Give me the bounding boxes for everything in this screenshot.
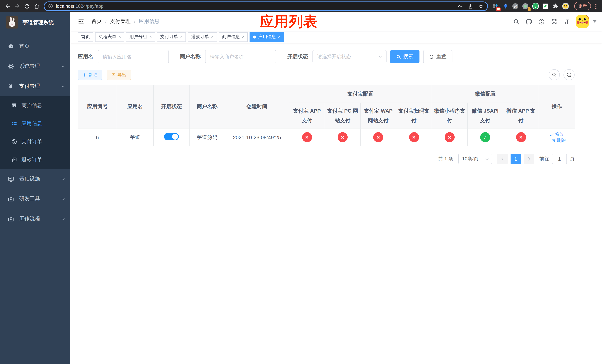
search-icon bbox=[552, 72, 557, 77]
cell-status bbox=[153, 128, 189, 146]
extension-badge: 10 bbox=[496, 7, 501, 11]
sidebar-menu: 首页 系统管理 支付管理 bbox=[0, 36, 70, 229]
search-button[interactable]: 搜索 bbox=[390, 50, 419, 63]
download-icon bbox=[111, 73, 116, 77]
export-button[interactable]: 导出 bbox=[107, 70, 131, 80]
tag-close-icon[interactable]: × bbox=[211, 35, 214, 39]
plus-icon bbox=[83, 73, 87, 77]
app-logo-row[interactable]: 芋道管理系统 bbox=[0, 12, 70, 32]
app-name-label: 应用名 bbox=[78, 53, 93, 60]
browser-reload-icon[interactable] bbox=[22, 1, 32, 11]
pagination: 共 1 条 10条/页 1 bbox=[78, 154, 575, 164]
page-size-select[interactable]: 10条/页 bbox=[458, 154, 492, 164]
main-area: 应用列表 首页 / 支付管理 / 应用信息 bbox=[70, 12, 602, 364]
app-title: 芋道管理系统 bbox=[22, 19, 54, 26]
cell-actions: 修改 删除 bbox=[539, 128, 575, 146]
sidebar-item-app-info[interactable]: 应用信息 bbox=[0, 114, 70, 133]
tag-close-icon[interactable]: × bbox=[242, 35, 245, 39]
extension-icon-3[interactable]: ⌘ bbox=[512, 2, 519, 10]
sidebar-item-workflow[interactable]: 工作流程 bbox=[0, 209, 70, 229]
search-icon bbox=[396, 54, 401, 59]
refresh-icon bbox=[567, 72, 572, 77]
sidebar-item-pay-order[interactable]: 支付订单 bbox=[0, 133, 70, 151]
tag-close-icon[interactable]: × bbox=[278, 35, 280, 39]
tag-merchant-info[interactable]: 商户信息× bbox=[219, 32, 248, 42]
profile-emoji-icon[interactable] bbox=[562, 2, 569, 10]
grid-icon bbox=[11, 120, 17, 127]
tag-user-group[interactable]: 用户分组× bbox=[126, 32, 155, 42]
col-app-id: 应用编号 bbox=[78, 85, 117, 128]
fullscreen-icon[interactable] bbox=[551, 18, 557, 25]
browser-forward-icon[interactable] bbox=[13, 1, 22, 11]
tag-close-icon[interactable]: × bbox=[118, 35, 121, 39]
payment-submenu: 商户信息 应用信息 支付订单 bbox=[0, 96, 70, 169]
config-status-icon: × bbox=[373, 132, 383, 142]
status-select[interactable]: 请选择开启状态 bbox=[312, 50, 387, 63]
header-search-icon[interactable] bbox=[513, 18, 519, 25]
status-toggle[interactable] bbox=[164, 133, 179, 140]
app-name-input[interactable] bbox=[98, 50, 169, 63]
cell-alipay-pc: × bbox=[325, 128, 360, 146]
sidebar-item-devtools[interactable]: 研发工具 bbox=[0, 189, 70, 209]
breadcrumb-payment[interactable]: 支付管理 bbox=[110, 18, 131, 25]
sidebar-item-system[interactable]: 系统管理 bbox=[0, 56, 70, 76]
font-size-icon[interactable] bbox=[563, 18, 570, 25]
pagination-total: 共 1 条 bbox=[438, 156, 453, 162]
extensions-puzzle-icon[interactable] bbox=[552, 2, 559, 10]
url-text[interactable]: localhost:1024/pay/app bbox=[56, 3, 458, 9]
browser-home-icon[interactable] bbox=[32, 1, 42, 11]
user-avatar[interactable] bbox=[576, 15, 589, 28]
edit-link[interactable]: 修改 bbox=[550, 131, 564, 137]
sidebar-item-merchant-info[interactable]: 商户信息 bbox=[0, 96, 70, 114]
col-wx-jsapi: 微信 JSAPI 支付 bbox=[467, 103, 503, 128]
show-search-toggle-button[interactable] bbox=[549, 69, 560, 80]
password-key-icon[interactable] bbox=[458, 3, 463, 9]
browser-back-icon[interactable] bbox=[3, 1, 13, 11]
tag-close-icon[interactable]: × bbox=[180, 35, 183, 39]
breadcrumb-home[interactable]: 首页 bbox=[91, 18, 102, 25]
col-alipay-app: 支付宝 APP 支付 bbox=[289, 103, 325, 128]
avatar-caret-icon[interactable] bbox=[593, 20, 596, 22]
tag-process-form[interactable]: 流程表单× bbox=[95, 32, 124, 42]
col-create-time: 创建时间 bbox=[225, 85, 289, 128]
sidebar-item-refund-order[interactable]: 退款订单 bbox=[0, 151, 70, 169]
delete-link[interactable]: 删除 bbox=[552, 137, 566, 143]
chevron-down-icon bbox=[61, 217, 65, 221]
sidebar-item-infra[interactable]: 基础设施 bbox=[0, 169, 70, 189]
breadcrumb-current: 应用信息 bbox=[139, 18, 160, 25]
chrome-update-button[interactable]: 更新 bbox=[574, 2, 591, 10]
tag-refund-order[interactable]: 退款订单× bbox=[188, 32, 217, 42]
extension-icon-5[interactable]: y bbox=[532, 2, 539, 10]
url-bar[interactable]: localhost:1024/pay/app bbox=[44, 1, 488, 11]
sidebar-collapse-icon[interactable] bbox=[76, 18, 86, 25]
tag-app-info[interactable]: 应用信息× bbox=[249, 32, 284, 42]
prev-page-button[interactable] bbox=[497, 154, 508, 164]
share-icon[interactable] bbox=[468, 3, 473, 9]
page-number-1[interactable]: 1 bbox=[511, 154, 521, 164]
extension-icon-4[interactable]: 1 bbox=[522, 2, 529, 10]
sidebar-item-home[interactable]: 首页 bbox=[0, 36, 70, 56]
bookmark-star-icon[interactable] bbox=[478, 3, 484, 9]
extension-icon-2[interactable] bbox=[502, 2, 509, 10]
tag-close-icon[interactable]: × bbox=[149, 35, 152, 39]
yen-icon bbox=[7, 83, 14, 90]
merchant-name-input[interactable] bbox=[205, 50, 276, 63]
reset-button[interactable]: 重置 bbox=[423, 50, 452, 63]
site-info-icon[interactable] bbox=[48, 4, 53, 9]
browser-menu-icon[interactable] bbox=[593, 3, 598, 9]
goto-page-input[interactable] bbox=[552, 154, 567, 164]
add-button[interactable]: 新增 bbox=[78, 70, 102, 80]
tag-pay-order[interactable]: 支付订单× bbox=[157, 32, 186, 42]
tag-home[interactable]: 首页 bbox=[78, 32, 93, 42]
next-page-button[interactable] bbox=[524, 154, 534, 164]
col-app-name: 应用名 bbox=[117, 85, 153, 128]
extension-icon-6[interactable] bbox=[542, 2, 549, 10]
cell-wx-mini: × bbox=[432, 128, 467, 146]
extension-icon-1[interactable]: 10 bbox=[492, 2, 499, 10]
github-icon[interactable] bbox=[526, 18, 532, 25]
toolbox-icon bbox=[7, 215, 14, 222]
refresh-table-button[interactable] bbox=[563, 69, 575, 80]
help-icon[interactable] bbox=[538, 18, 545, 25]
annotation-title: 应用列表 bbox=[260, 14, 318, 29]
sidebar-item-payment[interactable]: 支付管理 bbox=[0, 76, 70, 96]
